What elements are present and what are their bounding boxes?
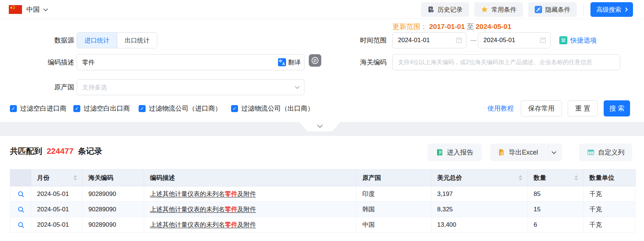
row-detail-search-icon[interactable]	[18, 191, 25, 198]
checkbox-filter-logistics-exporter[interactable]: ✓ 过滤物流公司（出口商）	[231, 100, 314, 116]
checkbox-filter-blank-exporter[interactable]: ✓ 过滤空白出口商	[73, 100, 130, 116]
cell-description: 上述其他计量仪表的未列名零件及附件	[144, 217, 356, 233]
favorite-conditions-label: 常用条件	[491, 5, 516, 14]
cell-usd-total: 3,197	[431, 186, 528, 202]
description-text: 及附件	[237, 190, 256, 197]
cell-month: 2024-05-01	[31, 186, 83, 202]
header-month[interactable]: 月份	[31, 170, 83, 186]
header-select-column	[10, 170, 31, 186]
chevron-down-icon	[43, 7, 48, 11]
sort-quantity-icon[interactable]	[574, 175, 578, 181]
header-origin: 原产国	[356, 170, 431, 186]
cell-unit: 千克	[583, 217, 636, 233]
code-desc-input[interactable]	[77, 54, 304, 70]
checkbox-label: 过滤空白出口商	[84, 104, 130, 113]
cell-usd-total: 13,400	[431, 217, 528, 233]
table-header-row: 月份 海关编码 编码描述 原产国	[10, 170, 636, 186]
reset-button[interactable]: 重 置	[568, 100, 598, 116]
header-description-label: 编码描述	[150, 174, 175, 181]
cell-origin: 印度	[356, 186, 431, 202]
table-row: 2024-05-01 90289090 上述其他计量仪表的未列名零件及附件 韩国…	[10, 202, 636, 217]
save-favorite-button[interactable]: 保存常用	[521, 100, 562, 116]
search-button[interactable]: 搜 索	[604, 100, 630, 116]
checkbox-checked-icon: ✓	[10, 105, 17, 112]
tutorial-link[interactable]: 使用教程	[487, 100, 514, 116]
country-selector[interactable]: 中国	[9, 2, 47, 17]
hs-code-label: 海关编码	[312, 54, 387, 70]
cell-month: 2024-05-01	[31, 202, 83, 217]
enter-report-button[interactable]: 进入报告	[428, 144, 482, 161]
hide-conditions-button[interactable]: 隐藏条件	[528, 2, 577, 17]
checkbox-checked-icon: ✓	[73, 105, 80, 112]
header-month-label: 月份	[37, 174, 50, 182]
match-summary: 共匹配到 224477 条记录	[10, 146, 102, 157]
calendar-icon[interactable]	[456, 37, 462, 43]
update-range-to: 2024-05-01	[476, 23, 511, 30]
calendar-icon[interactable]	[540, 37, 546, 43]
chevron-right-icon	[623, 7, 627, 11]
history-button[interactable]: 历史记录	[421, 2, 469, 17]
date-separator: —	[469, 32, 478, 48]
update-range-label: 更新范围：	[392, 23, 427, 30]
header-hs-code-label: 海关编码	[88, 174, 113, 181]
sort-usd-icon[interactable]	[519, 175, 522, 181]
update-range-from: 2017-01-01	[429, 23, 465, 30]
export-options-dropdown[interactable]	[545, 144, 562, 161]
row-detail-search-icon[interactable]	[18, 222, 25, 229]
header-usd-total[interactable]: 美元总价	[431, 170, 528, 186]
description-highlight: 零件	[225, 206, 237, 213]
header-unit-label: 数量单位	[589, 174, 614, 181]
origin-country-placeholder: 支持多选	[82, 83, 296, 92]
header-origin-label: 原产国	[362, 174, 381, 181]
results-section: 共匹配到 224477 条记录 进入报告 导出E	[0, 136, 644, 241]
checkbox-filter-blank-importer[interactable]: ✓ 过滤空白进口商	[10, 100, 66, 116]
quick-options-label: 快捷选项	[570, 36, 597, 45]
header-unit: 数量单位	[583, 170, 636, 186]
results-table: 月份 海关编码 编码描述 原产国	[10, 169, 636, 233]
cell-unit: 千克	[583, 202, 636, 217]
origin-country-label: 原产国	[0, 79, 74, 95]
tab-export-stats[interactable]: 出口统计	[117, 33, 157, 48]
customize-columns-button[interactable]: 自定义列	[579, 144, 632, 161]
cell-hs-code: 90289090	[83, 217, 144, 233]
description-highlight: 零件	[225, 190, 237, 197]
cell-description: 上述其他计量仪表的未列名零件及附件	[144, 186, 356, 202]
data-source-label: 数据源	[0, 32, 74, 48]
cell-origin: 韩国	[356, 202, 431, 217]
cell-quantity: 6	[528, 217, 583, 233]
tab-import-stats[interactable]: 进口统计	[77, 33, 117, 48]
cell-hs-code: 90289090	[83, 186, 144, 202]
divider	[583, 4, 584, 15]
description-text: 上述其他计量仪表的未列名	[150, 190, 225, 197]
checkbox-label: 过滤物流公司（进口商）	[149, 104, 222, 113]
cell-usd-total: 8,325	[431, 202, 528, 217]
description-highlight: 零件	[225, 221, 237, 228]
hs-code-input[interactable]	[392, 54, 620, 70]
header-description: 编码描述	[144, 170, 356, 186]
translate-button[interactable]: 中 A 翻译	[278, 58, 301, 67]
columns-icon	[587, 149, 594, 156]
header-quantity[interactable]: 数量	[528, 170, 583, 186]
code-desc-label: 编码描述	[0, 54, 74, 70]
checkbox-checked-icon: ✓	[139, 105, 146, 112]
origin-country-select[interactable]: 支持多选	[77, 79, 304, 95]
chevron-down-icon	[552, 149, 556, 154]
header-usd-total-label: 美元总价	[437, 174, 462, 182]
china-flag-icon	[9, 5, 22, 14]
chevron-down-icon	[295, 84, 300, 89]
svg-text:中: 中	[279, 59, 282, 63]
checkbox-filter-logistics-importer[interactable]: ✓ 过滤物流公司（进口商）	[139, 100, 222, 116]
export-excel-button[interactable]: 导出Excel	[490, 144, 545, 161]
favorite-conditions-button[interactable]: 常用条件	[474, 2, 523, 17]
advanced-search-button[interactable]: 高级搜索	[590, 2, 633, 17]
enter-report-label: 进入报告	[447, 148, 473, 157]
sort-month-icon[interactable]	[73, 175, 77, 181]
export-excel-label: 导出Excel	[509, 148, 538, 157]
history-label: 历史记录	[438, 5, 462, 14]
row-detail-search-icon[interactable]	[18, 206, 25, 213]
country-name: 中国	[26, 5, 40, 14]
date-from-input[interactable]	[392, 32, 466, 48]
quick-options-button[interactable]: ⌘ 快捷选项	[559, 32, 597, 48]
svg-text:A: A	[282, 62, 285, 66]
match-suffix: 条记录	[78, 147, 102, 156]
